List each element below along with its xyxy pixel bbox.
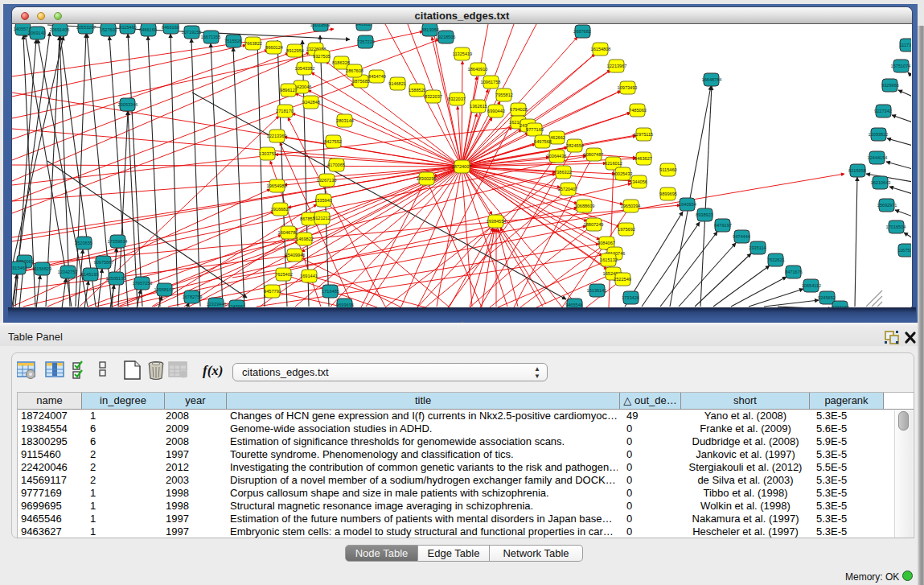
- svg-text:9327505: 9327505: [313, 54, 331, 59]
- svg-text:9463627: 9463627: [355, 24, 373, 27]
- svg-text:16210643: 16210643: [871, 180, 891, 185]
- svg-text:15720407: 15720407: [558, 187, 578, 192]
- svg-text:16154808: 16154808: [591, 47, 611, 51]
- svg-text:8938923: 8938923: [696, 212, 713, 217]
- svg-text:3875685: 3875685: [352, 79, 370, 84]
- svg-text:10807487: 10807487: [584, 152, 604, 157]
- svg-text:6794028: 6794028: [510, 107, 528, 112]
- svg-text:10958107: 10958107: [154, 287, 175, 292]
- svg-text:10719155: 10719155: [182, 30, 202, 35]
- svg-text:7485063: 7485063: [629, 108, 647, 113]
- svg-text:1640954: 1640954: [679, 202, 696, 207]
- svg-text:10025433: 10025433: [613, 171, 633, 176]
- svg-text:20691406: 20691406: [50, 27, 70, 32]
- svg-text:1303751: 1303751: [259, 151, 277, 156]
- svg-text:17359934: 17359934: [108, 239, 128, 244]
- svg-text:12342757: 12342757: [58, 270, 78, 274]
- svg-text:3824554: 3824554: [566, 143, 584, 148]
- svg-text:8660124: 8660124: [265, 45, 283, 50]
- svg-text:20364436: 20364436: [547, 154, 567, 159]
- svg-text:9465546: 9465546: [565, 303, 583, 307]
- svg-text:9463627: 9463627: [634, 156, 652, 161]
- svg-text:19654983: 19654983: [267, 183, 287, 188]
- svg-text:1167533: 1167533: [897, 248, 911, 253]
- svg-text:9084067: 9084067: [598, 241, 615, 245]
- svg-text:1527602: 1527602: [100, 27, 117, 32]
- svg-text:17957253: 17957253: [133, 281, 153, 286]
- svg-text:7625402: 7625402: [275, 272, 293, 277]
- svg-text:17016504: 17016504: [886, 225, 906, 229]
- svg-text:9457791: 9457791: [264, 289, 281, 294]
- svg-text:9896127: 9896127: [280, 88, 298, 93]
- svg-text:2069140: 2069140: [28, 31, 46, 35]
- svg-text:9227342: 9227342: [874, 109, 892, 113]
- svg-text:16033809: 16033809: [310, 24, 331, 27]
- svg-text:12213967: 12213967: [607, 64, 627, 68]
- svg-text:12444154: 12444154: [868, 155, 888, 160]
- svg-text:15751074: 15751074: [891, 64, 911, 68]
- svg-text:16648784: 16648784: [702, 77, 722, 82]
- svg-text:1615132: 1615132: [600, 257, 618, 262]
- svg-text:9777169: 9777169: [832, 305, 849, 307]
- svg-text:6466160: 6466160: [139, 27, 157, 32]
- svg-text:9329966: 9329966: [881, 83, 899, 88]
- svg-text:10553267: 10553267: [76, 25, 97, 30]
- svg-text:7386322: 7386322: [554, 170, 572, 175]
- svg-text:9146821: 9146821: [388, 81, 406, 86]
- svg-text:16671355: 16671355: [201, 35, 221, 39]
- svg-text:16046786: 16046786: [278, 230, 298, 235]
- svg-text:19218506: 19218506: [436, 35, 456, 39]
- svg-text:19166827: 19166827: [271, 207, 291, 212]
- svg-text:4170065: 4170065: [327, 163, 345, 167]
- svg-text:10543382: 10543382: [295, 66, 315, 71]
- svg-text:10961758: 10961758: [481, 80, 501, 84]
- svg-text:8322037: 8322037: [448, 97, 466, 101]
- svg-text:9242848: 9242848: [302, 100, 320, 105]
- svg-text:9115460: 9115460: [119, 25, 136, 30]
- svg-text:12093822: 12093822: [869, 132, 889, 137]
- svg-text:8215958: 8215958: [848, 168, 866, 173]
- svg-text:7632621: 7632621: [767, 257, 785, 262]
- svg-text:1691441: 1691441: [300, 274, 318, 278]
- svg-text:1117345: 1117345: [900, 43, 911, 47]
- svg-text:8427552: 8427552: [324, 139, 342, 144]
- svg-text:15136141: 15136141: [587, 288, 607, 293]
- svg-text:6990443: 6990443: [487, 109, 505, 113]
- svg-text:19650394: 19650394: [621, 204, 641, 208]
- svg-text:8471676: 8471676: [785, 270, 803, 274]
- svg-text:9899695: 9899695: [659, 192, 677, 196]
- svg-text:1588520: 1588520: [409, 88, 426, 93]
- svg-text:10654112: 10654112: [802, 283, 821, 288]
- svg-text:13267130: 13267130: [317, 178, 337, 183]
- svg-text:1733426: 1733426: [622, 295, 639, 300]
- svg-text:1716485: 1716485: [322, 289, 339, 294]
- svg-text:7357224: 7357224: [357, 39, 375, 44]
- svg-text:8466160: 8466160: [162, 25, 179, 30]
- svg-text:15409946: 15409946: [285, 253, 306, 257]
- svg-text:18640910: 18640910: [468, 67, 488, 72]
- svg-text:8186328: 8186328: [332, 60, 350, 65]
- svg-text:12323446: 12323446: [207, 302, 227, 307]
- svg-text:8322037: 8322037: [425, 94, 442, 99]
- svg-text:19384554: 19384554: [487, 219, 507, 224]
- svg-text:f(x): f(x): [203, 363, 223, 378]
- svg-text:10973493: 10973493: [618, 85, 638, 90]
- svg-text:2718170: 2718170: [276, 109, 294, 113]
- svg-text:18724007: 18724007: [452, 164, 472, 169]
- svg-text:6216012: 6216012: [605, 161, 622, 166]
- svg-text:9777169: 9777169: [526, 127, 544, 132]
- svg-text:1145193: 1145193: [81, 272, 98, 277]
- svg-text:6497568: 6497568: [534, 139, 552, 144]
- svg-text:8813054: 8813054: [421, 27, 439, 32]
- svg-text:9474444: 9474444: [733, 234, 750, 239]
- svg-text:2935114: 2935114: [749, 245, 766, 250]
- svg-text:12505135: 12505135: [106, 276, 126, 281]
- svg-text:10688609: 10688609: [575, 204, 595, 208]
- svg-text:18807249: 18807249: [584, 222, 604, 227]
- svg-text:1469822: 1469822: [296, 237, 314, 241]
- svg-text:7515526: 7515526: [224, 39, 242, 43]
- svg-text:6479197: 6479197: [714, 223, 732, 228]
- svg-text:2687682: 2687682: [573, 29, 591, 34]
- svg-text:12213369: 12213369: [267, 134, 287, 138]
- svg-text:18300295: 18300295: [417, 176, 437, 181]
